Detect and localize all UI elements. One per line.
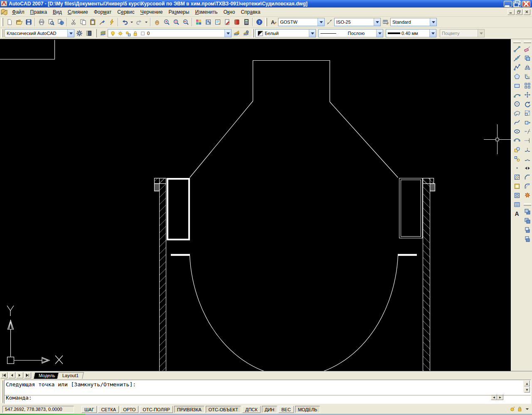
rotate-button[interactable] [522,99,532,109]
coordinate-readout[interactable]: 547.2692, 778.3873, 0.0000 [2,406,74,413]
layers-icon[interactable] [98,29,108,38]
status-menu-arrow[interactable] [524,406,530,413]
spline-button[interactable] [512,118,522,127]
make-block-button[interactable] [512,154,522,163]
child-restore-button[interactable] [515,9,522,15]
ellipse-arc-button[interactable] [512,136,522,145]
block-editor-button[interactable] [107,17,116,27]
child-close-button[interactable] [523,9,530,15]
construction-line-button[interactable] [512,54,522,63]
menu-черчение[interactable]: Черчение [137,8,165,16]
chevron-down-icon[interactable] [67,30,74,37]
cut-button[interactable] [69,17,78,27]
dim-style-icon[interactable] [325,17,334,27]
tab-first-button[interactable] [0,372,7,378]
layer-previous-icon[interactable] [232,29,241,38]
toolbar-grip[interactable] [265,18,267,26]
break-button[interactable] [522,154,532,163]
toolbar-grip[interactable] [513,41,521,43]
toggle-шаг[interactable]: ШАГ [81,406,97,413]
menu-правка[interactable]: Правка [27,8,50,16]
zoom-previous-button[interactable] [181,17,190,27]
point-button[interactable] [512,163,522,173]
menu-окно[interactable]: Окно [221,8,238,16]
break-at-point-button[interactable] [522,145,532,154]
toolbar-grip[interactable] [95,29,97,37]
layer-lock-icon[interactable] [132,30,138,37]
save-button[interactable] [24,17,33,27]
tool-palettes-button[interactable] [203,17,213,27]
close-button[interactable] [522,1,530,7]
tab-next-button[interactable] [16,372,23,378]
toolbar-grip[interactable] [252,29,254,37]
layer-color-swatch[interactable] [140,30,146,37]
chevron-down-icon[interactable] [430,18,436,26]
scroll-up-button[interactable]: ▲ [524,380,530,386]
chevron-down-icon[interactable] [224,30,231,37]
text-style-icon[interactable]: A [268,17,278,27]
plot-button[interactable] [37,17,46,27]
quickcalc-button[interactable] [241,17,251,27]
menu-сервис[interactable]: Сервис [114,8,137,16]
ellipse-button[interactable] [512,127,522,136]
etransmit-button[interactable] [232,17,241,27]
toggle-дпск[interactable]: ДПСК [242,406,261,413]
sheet-set-manager-button[interactable] [213,17,222,27]
toggle-вес[interactable]: ВЕС [278,406,294,413]
scroll-down-button[interactable]: ▼ [524,387,530,393]
copy-object-button[interactable] [522,54,532,63]
hatch-button[interactable] [512,173,522,182]
line-button[interactable] [512,44,522,54]
layer-combo[interactable]: 0 [108,29,232,37]
chevron-down-icon[interactable] [374,18,380,26]
table-style-combo[interactable]: Standard [390,18,437,26]
toolbar-grip[interactable] [1,29,3,37]
layer-states-icon[interactable] [241,29,251,38]
toggle-сетка[interactable]: СЕТКА [98,406,119,413]
minimize-button[interactable] [504,1,512,7]
gear-icon[interactable] [74,29,84,38]
copy-clip-button[interactable] [78,17,88,27]
insert-block-button[interactable] [512,145,522,154]
chevron-down-icon[interactable] [376,30,383,37]
chamfer-button[interactable] [522,173,532,182]
send-under-objects-button[interactable] [522,235,532,244]
match-properties-button[interactable] [97,17,107,27]
undo-button[interactable] [120,17,129,27]
command-window-grip[interactable] [1,380,3,403]
trim-button[interactable] [522,127,532,136]
table-style-icon[interactable] [381,17,390,27]
zoom-window-button[interactable] [171,17,181,27]
join-button[interactable] [522,163,532,173]
toggle-привязка[interactable]: ПРИВЯЗКА [174,406,204,413]
plot-preview-button[interactable] [46,17,56,27]
fillet-button[interactable] [522,182,532,191]
revision-cloud-button[interactable] [512,109,522,118]
polygon-button[interactable] [512,72,522,81]
redo-button[interactable] [134,17,144,27]
child-minimize-button[interactable] [507,9,515,15]
circle-button[interactable] [512,99,522,109]
menu-размеры[interactable]: Размеры [165,8,192,16]
command-text-area[interactable]: Следующая точка или [Замкнуть/Отменить]:… [4,380,531,404]
text-style-combo[interactable]: GOSTW [278,18,325,26]
toggle-модель[interactable]: МОДЕЛЬ [295,406,320,413]
zoom-realtime-button[interactable] [162,17,171,27]
menu-вид[interactable]: Вид [50,8,65,16]
arc-button[interactable] [512,90,522,99]
tab-prev-button[interactable] [8,372,15,378]
polyline-button[interactable] [512,63,522,72]
new-button[interactable] [5,17,14,27]
toolbar-grip[interactable] [1,18,3,26]
workspace-panel-icon[interactable] [84,29,94,38]
tab-модель[interactable]: Модель [33,372,60,379]
undo-list-button[interactable] [129,17,134,27]
toggle-орто[interactable]: ОРТО [120,406,138,413]
table-button[interactable] [512,200,522,209]
stretch-button[interactable] [522,118,532,127]
menu-слияние[interactable]: Слияние [65,8,91,16]
array-button[interactable] [522,81,532,90]
send-to-back-button[interactable] [522,216,532,225]
layer-on-icon[interactable] [110,30,116,37]
help-button[interactable]: ? [254,17,264,27]
